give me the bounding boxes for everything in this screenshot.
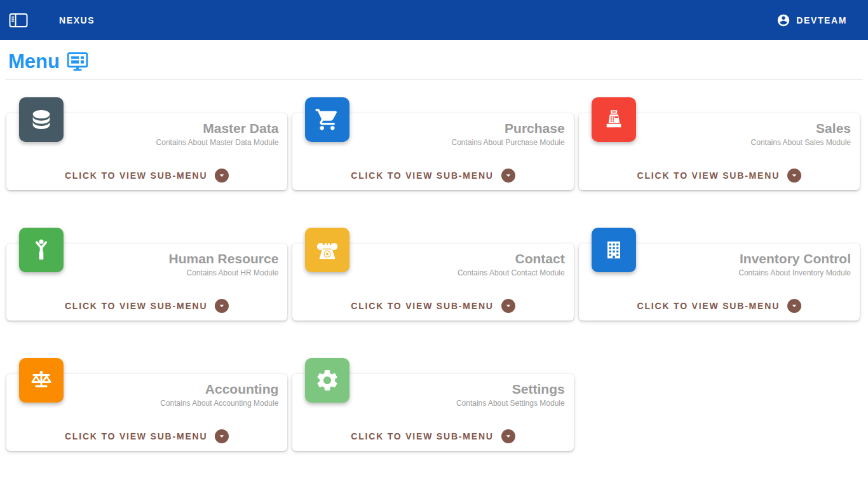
submenu-toggle-label[interactable]: CLICK TO VIEW SUB-MENU xyxy=(351,170,493,181)
submenu-toggle[interactable]: CLICK TO VIEW SUB-MENU xyxy=(301,169,564,184)
sidebar-toggle-button[interactable] xyxy=(8,12,29,29)
chevron-down-button[interactable] xyxy=(501,299,515,313)
user-account-button[interactable]: DEVTEAM xyxy=(776,13,847,27)
chevron-down-icon xyxy=(503,431,513,441)
chevron-down-icon xyxy=(503,301,513,311)
chevron-down-button[interactable] xyxy=(215,299,229,313)
person-arms-up-icon xyxy=(29,237,54,263)
submenu-toggle[interactable]: CLICK TO VIEW SUB-MENU xyxy=(301,429,564,445)
app-title: NEXUS xyxy=(59,15,95,25)
module-settings: Settings Contains About Settings Module … xyxy=(292,358,573,451)
module-icon-tile xyxy=(19,358,64,403)
chevron-down-icon xyxy=(217,301,227,311)
account-circle-icon xyxy=(776,13,790,27)
page-title: Menu xyxy=(8,50,60,73)
module-contact: Contact Contains About Contact Module CL… xyxy=(292,228,573,321)
chevron-down-icon xyxy=(789,301,799,311)
submenu-toggle-label[interactable]: CLICK TO VIEW SUB-MENU xyxy=(351,431,493,441)
submenu-toggle[interactable]: CLICK TO VIEW SUB-MENU xyxy=(588,169,851,184)
module-accounting: Accounting Contains About Accounting Mod… xyxy=(6,358,287,451)
module-human-resource: Human Resource Contains About HR Module … xyxy=(6,228,287,321)
chevron-down-button[interactable] xyxy=(501,169,515,183)
chevron-down-icon xyxy=(217,431,227,441)
module-inventory-control: Inventory Control Contains About Invento… xyxy=(579,228,860,321)
module-icon-tile xyxy=(592,97,636,142)
chevron-down-button[interactable] xyxy=(215,429,229,443)
chevron-down-button[interactable] xyxy=(215,169,229,183)
submenu-toggle-label[interactable]: CLICK TO VIEW SUB-MENU xyxy=(65,170,207,181)
cash-register-icon xyxy=(601,107,627,132)
module-purchase: Purchase Contains About Purchase Module … xyxy=(292,97,573,190)
module-icon-tile xyxy=(19,97,64,142)
office-building-icon xyxy=(601,237,627,263)
shopping-cart-icon xyxy=(315,107,340,132)
submenu-toggle-label[interactable]: CLICK TO VIEW SUB-MENU xyxy=(65,301,207,311)
chevron-down-icon xyxy=(503,170,513,181)
module-icon-tile xyxy=(305,228,349,272)
module-icon-tile xyxy=(19,228,64,272)
module-icon-tile xyxy=(305,358,349,403)
chevron-down-button[interactable] xyxy=(501,429,515,443)
modules-grid: Master Data Contains About Master Data M… xyxy=(0,80,868,451)
chevron-down-icon xyxy=(217,170,227,181)
submenu-toggle-label[interactable]: CLICK TO VIEW SUB-MENU xyxy=(351,301,493,311)
submenu-toggle-label[interactable]: CLICK TO VIEW SUB-MENU xyxy=(65,431,207,441)
submenu-toggle[interactable]: CLICK TO VIEW SUB-MENU xyxy=(15,429,278,445)
submenu-toggle[interactable]: CLICK TO VIEW SUB-MENU xyxy=(301,299,564,314)
submenu-toggle[interactable]: CLICK TO VIEW SUB-MENU xyxy=(15,169,278,184)
page-heading: Menu xyxy=(0,40,868,73)
sidebar-toggle-icon xyxy=(9,13,28,28)
submenu-toggle[interactable]: CLICK TO VIEW SUB-MENU xyxy=(588,299,851,314)
chevron-down-button[interactable] xyxy=(787,169,801,183)
monitor-dashboard-icon xyxy=(66,51,89,73)
balance-scale-icon xyxy=(29,368,54,393)
user-name: DEVTEAM xyxy=(796,15,847,25)
submenu-toggle-label[interactable]: CLICK TO VIEW SUB-MENU xyxy=(637,170,780,181)
chevron-down-button[interactable] xyxy=(787,299,801,313)
chevron-down-icon xyxy=(789,170,799,181)
database-icon xyxy=(29,107,54,132)
app-bar: NEXUS DEVTEAM xyxy=(0,0,868,40)
submenu-toggle-label[interactable]: CLICK TO VIEW SUB-MENU xyxy=(637,301,780,311)
module-master-data: Master Data Contains About Master Data M… xyxy=(6,97,287,190)
module-icon-tile xyxy=(305,97,349,142)
module-sales: Sales Contains About Sales Module CLICK … xyxy=(579,97,860,190)
module-icon-tile xyxy=(592,228,636,272)
gear-icon xyxy=(315,368,340,393)
submenu-toggle[interactable]: CLICK TO VIEW SUB-MENU xyxy=(15,299,278,314)
classic-phone-icon xyxy=(315,237,340,263)
